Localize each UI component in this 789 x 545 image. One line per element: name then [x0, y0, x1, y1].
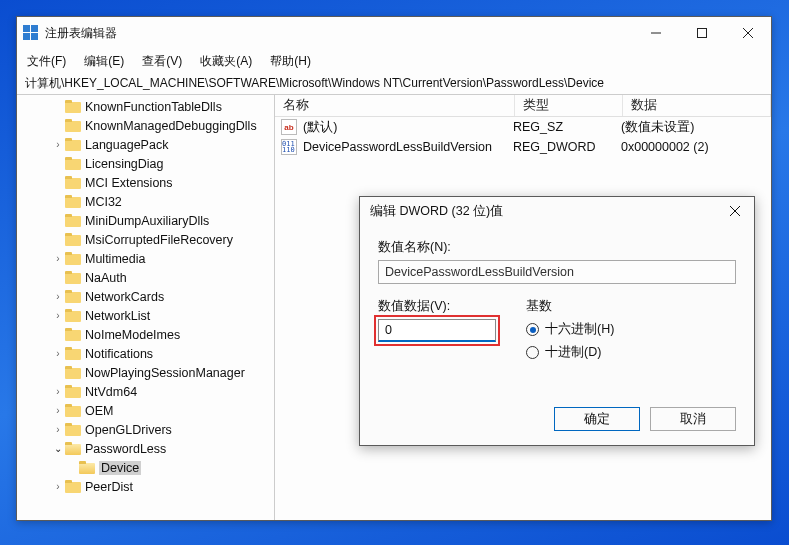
menu-help[interactable]: 帮助(H)	[270, 53, 311, 70]
chevron-right-icon[interactable]: ›	[51, 481, 65, 492]
chevron-right-icon[interactable]: ›	[51, 310, 65, 321]
chevron-right-icon[interactable]: ›	[51, 386, 65, 397]
cell-name: (默认)	[303, 119, 513, 136]
tree-item[interactable]: ›Multimedia	[17, 249, 274, 268]
tree-item[interactable]: KnownFunctionTableDlls	[17, 97, 274, 116]
radio-dec[interactable]: 十进制(D)	[526, 344, 614, 361]
chevron-right-icon[interactable]: ›	[51, 291, 65, 302]
name-field[interactable]: DevicePasswordLessBuildVersion	[378, 260, 736, 284]
menubar: 文件(F) 编辑(E) 查看(V) 收藏夹(A) 帮助(H)	[17, 49, 771, 73]
tree-item-label: MiniDumpAuxiliaryDlls	[85, 214, 209, 228]
dialog-title: 编辑 DWORD (32 位)值	[370, 203, 716, 220]
tree-item-label: KnownFunctionTableDlls	[85, 100, 222, 114]
value-input-text: 0	[385, 323, 392, 337]
folder-icon	[65, 309, 81, 322]
menu-fav[interactable]: 收藏夹(A)	[200, 53, 252, 70]
tree-item[interactable]: MCI32	[17, 192, 274, 211]
tree-item[interactable]: KnownManagedDebuggingDlls	[17, 116, 274, 135]
menu-view[interactable]: 查看(V)	[142, 53, 182, 70]
cancel-button[interactable]: 取消	[650, 407, 736, 431]
chevron-right-icon[interactable]: ›	[51, 424, 65, 435]
tree-item[interactable]: MsiCorruptedFileRecovery	[17, 230, 274, 249]
tree-item-label: OpenGLDrivers	[85, 423, 172, 437]
tree-item-label: Device	[99, 461, 141, 475]
chevron-right-icon[interactable]: ›	[51, 253, 65, 264]
ok-button[interactable]: 确定	[554, 407, 640, 431]
minimize-button[interactable]	[633, 18, 679, 48]
folder-icon	[65, 423, 81, 436]
name-label: 数值名称(N):	[378, 239, 736, 256]
tree-item[interactable]: ⌄PasswordLess	[17, 439, 274, 458]
dword-value-icon: 011 110	[281, 139, 297, 155]
list-row[interactable]: ab(默认)REG_SZ(数值未设置)	[275, 117, 771, 137]
tree-item[interactable]: ›PeerDist	[17, 477, 274, 496]
list-row[interactable]: 011 110DevicePasswordLessBuildVersionREG…	[275, 137, 771, 157]
tree-item[interactable]: LicensingDiag	[17, 154, 274, 173]
cell-data: (数值未设置)	[621, 119, 771, 136]
dialog-close-button[interactable]	[716, 197, 754, 225]
radio-icon	[526, 346, 539, 359]
tree-item[interactable]: MCI Extensions	[17, 173, 274, 192]
chevron-down-icon[interactable]: ⌄	[51, 443, 65, 454]
address-bar[interactable]: 计算机\HKEY_LOCAL_MACHINE\SOFTWARE\Microsof…	[17, 73, 771, 95]
maximize-button[interactable]	[679, 18, 725, 48]
folder-icon	[65, 442, 81, 455]
value-input[interactable]: 0	[378, 319, 496, 342]
tree-item-label: MCI32	[85, 195, 122, 209]
tree-item-label: PeerDist	[85, 480, 133, 494]
radio-hex[interactable]: 十六进制(H)	[526, 321, 614, 338]
tree-item[interactable]: ›LanguagePack	[17, 135, 274, 154]
dialog-titlebar[interactable]: 编辑 DWORD (32 位)值	[360, 197, 754, 225]
menu-edit[interactable]: 编辑(E)	[84, 53, 124, 70]
tree-item[interactable]: NowPlayingSessionManager	[17, 363, 274, 382]
window-title: 注册表编辑器	[45, 25, 633, 42]
value-label: 数值数据(V):	[378, 298, 496, 315]
close-button[interactable]	[725, 18, 771, 48]
folder-icon	[65, 385, 81, 398]
folder-icon	[65, 176, 81, 189]
cell-name: DevicePasswordLessBuildVersion	[303, 140, 513, 154]
tree-item[interactable]: ›NtVdm64	[17, 382, 274, 401]
folder-icon	[65, 195, 81, 208]
tree-item[interactable]: NaAuth	[17, 268, 274, 287]
base-label: 基数	[526, 298, 614, 315]
cell-type: REG_DWORD	[513, 140, 621, 154]
tree-item-label: KnownManagedDebuggingDlls	[85, 119, 257, 133]
tree-item[interactable]: ›NetworkList	[17, 306, 274, 325]
tree-item[interactable]: ›OpenGLDrivers	[17, 420, 274, 439]
tree-item-label: PasswordLess	[85, 442, 166, 456]
tree-item-label: Notifications	[85, 347, 153, 361]
col-data[interactable]: 数据	[623, 95, 771, 116]
cell-data: 0x00000002 (2)	[621, 140, 771, 154]
folder-icon	[65, 366, 81, 379]
folder-icon	[65, 290, 81, 303]
tree-item[interactable]: Device	[17, 458, 274, 477]
string-value-icon: ab	[281, 119, 297, 135]
tree-pane[interactable]: KnownFunctionTableDllsKnownManagedDebugg…	[17, 95, 275, 520]
tree-item[interactable]: MiniDumpAuxiliaryDlls	[17, 211, 274, 230]
tree-item-label: NoImeModeImes	[85, 328, 180, 342]
folder-icon	[79, 461, 95, 474]
tree-item-label: NaAuth	[85, 271, 127, 285]
chevron-right-icon[interactable]: ›	[51, 405, 65, 416]
tree-item[interactable]: NoImeModeImes	[17, 325, 274, 344]
folder-icon	[65, 252, 81, 265]
tree-item-label: Multimedia	[85, 252, 145, 266]
tree-item[interactable]: ›Notifications	[17, 344, 274, 363]
folder-icon	[65, 480, 81, 493]
name-field-text: DevicePasswordLessBuildVersion	[385, 265, 574, 279]
menu-file[interactable]: 文件(F)	[27, 53, 66, 70]
tree-item[interactable]: ›NetworkCards	[17, 287, 274, 306]
folder-icon	[65, 138, 81, 151]
titlebar[interactable]: 注册表编辑器	[17, 17, 771, 49]
tree-item[interactable]: ›OEM	[17, 401, 274, 420]
chevron-right-icon[interactable]: ›	[51, 348, 65, 359]
col-name[interactable]: 名称	[275, 95, 515, 116]
tree-item-label: NowPlayingSessionManager	[85, 366, 245, 380]
tree-item-label: OEM	[85, 404, 113, 418]
chevron-right-icon[interactable]: ›	[51, 139, 65, 150]
tree-item-label: LicensingDiag	[85, 157, 164, 171]
folder-icon	[65, 328, 81, 341]
col-type[interactable]: 类型	[515, 95, 623, 116]
tree-item-label: NetworkList	[85, 309, 150, 323]
